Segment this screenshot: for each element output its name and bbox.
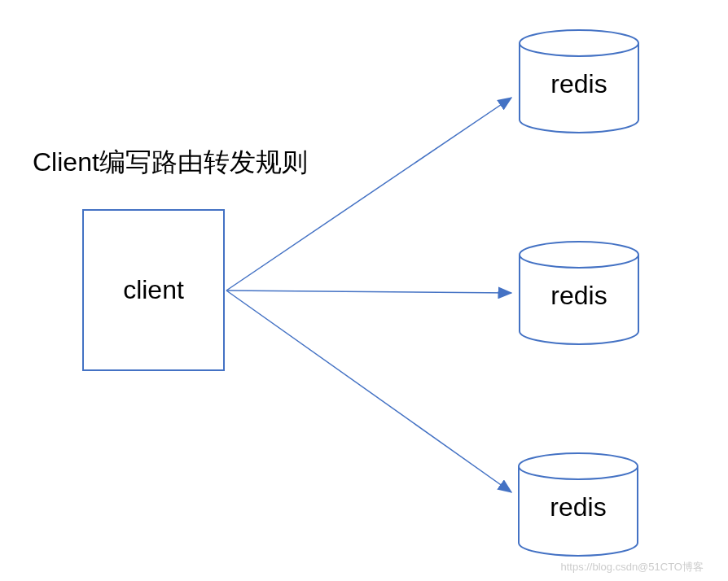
redis-label-2: redis bbox=[550, 281, 607, 311]
svg-point-2 bbox=[519, 453, 638, 479]
redis-label-1: redis bbox=[550, 69, 607, 99]
arrow-to-redis-2 bbox=[226, 290, 511, 293]
arrow-to-redis-1 bbox=[226, 98, 511, 290]
watermark: https://blog.csdn@51CTO博客 bbox=[560, 560, 704, 574]
svg-point-0 bbox=[520, 30, 638, 56]
redis-label-3: redis bbox=[550, 492, 606, 522]
redis-node-1: redis bbox=[518, 28, 640, 134]
svg-point-1 bbox=[520, 242, 638, 268]
arrow-to-redis-3 bbox=[226, 290, 511, 492]
redis-node-2: redis bbox=[518, 240, 640, 346]
client-box: client bbox=[82, 209, 225, 371]
redis-node-3: redis bbox=[517, 452, 639, 557]
client-label: client bbox=[123, 275, 184, 305]
diagram-title: Client编写路由转发规则 bbox=[33, 145, 308, 181]
